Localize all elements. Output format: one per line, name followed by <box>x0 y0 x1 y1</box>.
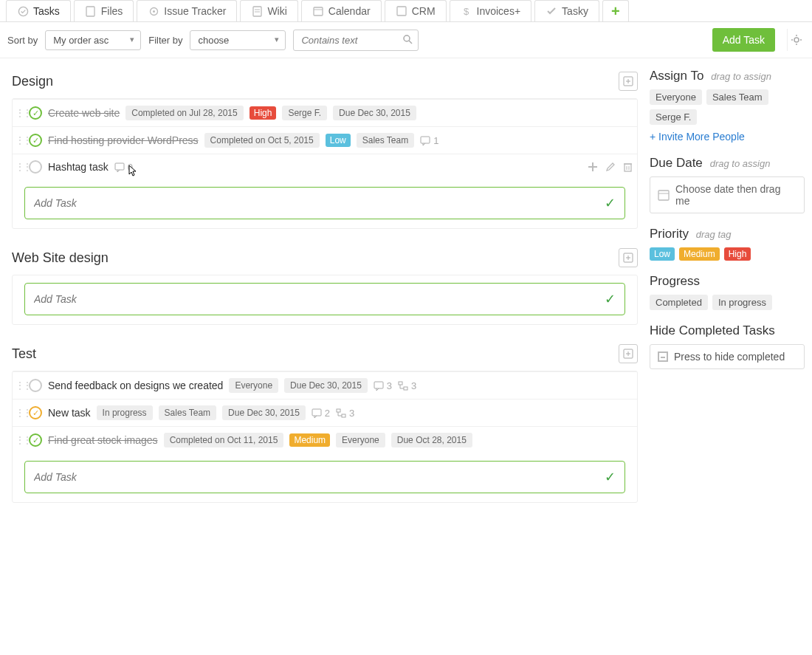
svg-rect-38 <box>312 409 321 416</box>
task-checkbox[interactable] <box>29 106 42 120</box>
tab-tasky[interactable]: Tasky <box>534 0 599 21</box>
add-task-inline[interactable]: ✓ <box>24 187 625 219</box>
task-title: Hashtag task <box>48 161 109 173</box>
assign-to-title: Assign To <box>650 69 703 83</box>
add-task-inline[interactable]: ✓ <box>24 283 625 315</box>
hide-completed-section: Hide Completed Tasks Press to hide compl… <box>650 323 805 369</box>
svg-line-12 <box>409 41 412 44</box>
filter-select[interactable]: choose <box>190 30 286 50</box>
add-task-button[interactable]: Add Task <box>712 28 775 52</box>
add-task-input[interactable] <box>34 197 605 209</box>
assign-tag[interactable]: Everyone <box>650 89 702 105</box>
add-task-inline[interactable]: ✓ <box>24 461 625 493</box>
task-title: Send feedback on designs we created <box>48 380 223 391</box>
checkmark-icon <box>546 5 557 17</box>
minus-square-icon <box>658 351 668 362</box>
assignee-chip: Sales Team <box>357 133 414 148</box>
svg-rect-22 <box>115 163 124 170</box>
progress-tag[interactable]: In progress <box>712 295 772 310</box>
group-title: Design <box>12 74 53 89</box>
confirm-add-icon[interactable]: ✓ <box>605 291 616 307</box>
settings-gear-icon[interactable] <box>787 29 805 51</box>
task-group: Design⋮⋮Create web siteCompleted on Jul … <box>12 69 638 229</box>
group-title: Test <box>12 346 36 362</box>
check-circle-icon <box>17 5 29 17</box>
task-row[interactable]: ⋮⋮Find hosting provider WordPressComplet… <box>13 126 637 154</box>
comments-count[interactable]: 1 <box>420 135 438 146</box>
assign-to-section: Assign To drag to assign EveryoneSales T… <box>650 69 805 143</box>
comments-count[interactable]: 0 <box>114 162 133 173</box>
delete-icon[interactable] <box>623 162 633 172</box>
subtasks-count[interactable]: 3 <box>398 380 416 391</box>
priority-badge: Low <box>326 134 351 147</box>
search-input[interactable] <box>293 30 419 51</box>
tab-calendar[interactable]: Calendar <box>301 0 382 21</box>
svg-rect-21 <box>421 137 430 143</box>
add-subtask-icon[interactable] <box>588 162 598 172</box>
invite-people-link[interactable]: + Invite More People <box>650 131 745 143</box>
subtasks-count[interactable]: 3 <box>336 408 354 419</box>
drag-handle-icon[interactable]: ⋮⋮ <box>16 408 23 418</box>
tab-crm[interactable]: CRM <box>385 0 447 21</box>
task-group: Test⋮⋮Send feedback on designs we create… <box>12 341 638 503</box>
group-add-button[interactable] <box>619 248 638 267</box>
task-row[interactable]: ⋮⋮Find great stock imagesCompleted on Oc… <box>13 426 637 453</box>
task-checkbox[interactable] <box>29 379 42 392</box>
svg-point-3 <box>153 10 155 13</box>
tab-label: Files <box>101 5 123 17</box>
task-row[interactable]: ⋮⋮New taskIn progressSales TeamDue Dec 3… <box>13 399 637 426</box>
assign-to-hint: drag to assign <box>711 71 771 82</box>
tab-wiki[interactable]: Wiki <box>240 0 297 21</box>
task-checkbox[interactable] <box>29 433 42 447</box>
task-row[interactable]: ⋮⋮Create web siteCompleted on Jul 28, 20… <box>13 99 637 126</box>
assign-tag[interactable]: Serge F. <box>650 109 697 125</box>
hide-completed-title: Hide Completed Tasks <box>650 323 775 337</box>
due-chip: Due Dec 30, 2015 <box>222 405 306 420</box>
drag-handle-icon[interactable]: ⋮⋮ <box>16 380 23 391</box>
task-checkbox[interactable] <box>29 134 42 147</box>
comments-count[interactable]: 3 <box>374 380 392 391</box>
priority-medium-tag[interactable]: Medium <box>679 247 720 261</box>
hide-completed-button[interactable]: Press to hide completed <box>650 344 805 369</box>
tab-invoices[interactable]: $ Invoices+ <box>450 0 532 21</box>
progress-section: Progress CompletedIn progress <box>650 274 805 310</box>
drag-handle-icon[interactable]: ⋮⋮ <box>16 135 23 145</box>
assignee-chip: Everyone <box>229 378 278 393</box>
add-tab-button[interactable]: + <box>602 0 629 21</box>
assignee-chip: Everyone <box>336 433 385 447</box>
tab-files[interactable]: Files <box>74 0 134 21</box>
svg-point-11 <box>404 35 410 41</box>
confirm-add-icon[interactable]: ✓ <box>605 195 616 211</box>
task-row[interactable]: ⋮⋮Hashtag task0 <box>13 154 637 179</box>
task-checkbox[interactable] <box>29 160 42 174</box>
dollar-icon: $ <box>461 5 472 17</box>
tab-issues[interactable]: Issue Tracker <box>137 0 237 21</box>
group-add-button[interactable] <box>619 344 638 363</box>
priority-high-tag[interactable]: High <box>724 247 751 261</box>
due-chip: Due Dec 30, 2015 <box>284 378 368 393</box>
add-task-input[interactable] <box>34 471 605 483</box>
task-checkbox[interactable] <box>29 406 42 419</box>
group-add-button[interactable] <box>619 72 638 91</box>
sidebar: Assign To drag to assign EveryoneSales T… <box>650 58 812 529</box>
due-chip: Due Dec 30, 2015 <box>333 106 416 120</box>
due-date-drag-box[interactable]: Choose date then drag me <box>650 176 805 213</box>
sort-select[interactable]: My order asc <box>45 30 141 50</box>
drag-handle-icon[interactable]: ⋮⋮ <box>16 108 23 118</box>
priority-low-tag[interactable]: Low <box>650 247 675 261</box>
add-task-input[interactable] <box>34 293 605 305</box>
group-title: Web Site design <box>12 250 109 266</box>
comments-count[interactable]: 2 <box>312 408 330 419</box>
priority-section: Priority drag tag Low Medium High <box>650 227 805 261</box>
progress-tag[interactable]: Completed <box>650 295 708 310</box>
edit-icon[interactable] <box>605 162 616 172</box>
assign-tag[interactable]: Sales Team <box>706 89 768 105</box>
toolbar: Sort by My order asc Filter by choose Ad… <box>0 22 812 58</box>
svg-rect-41 <box>658 191 669 200</box>
drag-handle-icon[interactable]: ⋮⋮ <box>16 162 23 172</box>
drag-handle-icon[interactable]: ⋮⋮ <box>16 435 23 445</box>
confirm-add-icon[interactable]: ✓ <box>605 469 616 485</box>
tab-tasks[interactable]: Tasks <box>6 0 71 21</box>
status-chip: Completed on Jul 28, 2015 <box>125 106 243 120</box>
task-row[interactable]: ⋮⋮Send feedback on designs we createdEve… <box>13 371 637 399</box>
